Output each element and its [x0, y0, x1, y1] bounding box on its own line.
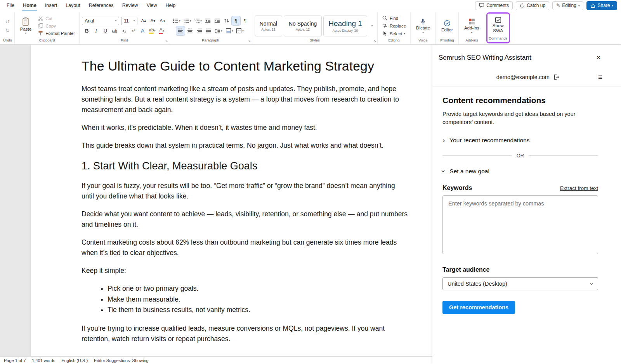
- swa-sidebar: Semrush SEO Writing Assistant × demo@exa…: [432, 45, 621, 364]
- status-word-count[interactable]: 1,401 words: [32, 358, 55, 363]
- share-button[interactable]: Share ▾: [586, 1, 617, 10]
- bullet-list-button[interactable]: ▾: [172, 16, 182, 25]
- menu-tab-references[interactable]: References: [85, 0, 118, 11]
- justify-button[interactable]: [204, 26, 213, 35]
- catch-up-button[interactable]: Catch up: [516, 1, 549, 10]
- chevron-down-icon: ▾: [163, 29, 165, 32]
- comments-button[interactable]: Comments: [475, 1, 513, 10]
- close-icon[interactable]: ×: [596, 53, 601, 61]
- copy-button[interactable]: Copy: [36, 22, 58, 29]
- chevron-down-icon: ▾: [154, 29, 156, 32]
- decrease-indent-button[interactable]: [204, 16, 212, 25]
- shading-button[interactable]: ▾: [224, 26, 234, 35]
- find-button[interactable]: Find: [380, 15, 400, 21]
- subscript-icon: x₂: [122, 29, 126, 33]
- status-page-indicator[interactable]: Page 1 of 7: [4, 358, 26, 363]
- show-swa-button[interactable]: Show SWA: [491, 14, 506, 36]
- style-heading-1[interactable]: Heading 1Aptos Display, 20: [323, 16, 367, 36]
- paragraph: Content marketing costs about 62% less t…: [82, 237, 409, 258]
- menu-tab-help[interactable]: Help: [161, 0, 180, 11]
- font-size-select[interactable]: 11 ▾: [121, 17, 137, 25]
- account-email: demo@example.com: [496, 74, 550, 80]
- font-dialog-launcher[interactable]: ↘: [165, 40, 168, 43]
- chevron-down-icon: ▾: [422, 31, 424, 34]
- style-no-spacing[interactable]: No SpacingAptos, 12: [284, 16, 322, 36]
- line-spacing-button[interactable]: ▾: [213, 26, 224, 35]
- editor-button[interactable]: Editor: [438, 14, 456, 38]
- commands-group-label: Commands: [489, 36, 508, 41]
- menu-tab-layout[interactable]: Layout: [61, 0, 85, 11]
- cut-button[interactable]: Cut: [36, 15, 54, 22]
- editing-mode-button[interactable]: ✎ Editing ▾: [552, 1, 583, 10]
- menu-tab-view[interactable]: View: [142, 0, 161, 11]
- sign-out-icon[interactable]: [553, 74, 560, 80]
- paste-label: Paste: [20, 27, 31, 31]
- underline-icon: U: [104, 28, 107, 33]
- bold-button[interactable]: B: [83, 26, 91, 35]
- document-page[interactable]: The Ultimate Guide to Content Marketing …: [31, 45, 432, 356]
- sort-button[interactable]: [222, 16, 231, 25]
- recent-recommendations-toggle[interactable]: › Your recent recommendations: [442, 136, 530, 144]
- chevron-down-icon: ▾: [242, 29, 244, 32]
- paragraph: Decide what you want content to achieve …: [82, 209, 409, 230]
- target-audience-select[interactable]: United States (Desktop) ›: [442, 277, 598, 290]
- set-new-goal-toggle[interactable]: › Set a new goal: [442, 167, 489, 175]
- hamburger-menu-icon[interactable]: ≡: [598, 73, 602, 81]
- chevron-down-icon: ›: [589, 283, 595, 285]
- subscript-button[interactable]: x₂: [120, 26, 128, 35]
- grow-font-button[interactable]: A▴: [139, 16, 148, 25]
- chevron-down-icon: ▾: [612, 4, 613, 7]
- status-language[interactable]: English (U.S.): [61, 358, 88, 363]
- shrink-font-icon: A▾: [151, 19, 156, 23]
- text-highlight-button[interactable]: ab▾: [148, 26, 157, 35]
- superscript-button[interactable]: x²: [129, 26, 138, 35]
- font-color-button[interactable]: A▾: [158, 26, 166, 35]
- numbered-list-button[interactable]: 123▾: [182, 16, 193, 25]
- select-button[interactable]: Select▾: [380, 30, 407, 37]
- keywords-input[interactable]: [442, 195, 598, 254]
- get-recommendations-button[interactable]: Get recommendations: [442, 301, 515, 314]
- style-normal[interactable]: NormalAptos, 12: [255, 16, 282, 36]
- menu-tab-file[interactable]: File: [2, 0, 19, 11]
- add-ins-button[interactable]: Add-ins ▾: [461, 14, 482, 38]
- or-divider: OR: [442, 153, 598, 159]
- align-right-button[interactable]: [195, 26, 203, 35]
- ribbon-group-voice: Dictate ▾ Voice: [410, 12, 435, 44]
- paste-button[interactable]: Paste ▾: [17, 14, 35, 38]
- status-editor-suggestions[interactable]: Editor Suggestions: Showing: [94, 358, 149, 363]
- redo-button[interactable]: ↻: [3, 26, 12, 34]
- borders-button[interactable]: ▾: [235, 26, 245, 35]
- dictate-button[interactable]: Dictate ▾: [413, 14, 433, 38]
- strikethrough-button[interactable]: ab: [111, 26, 119, 35]
- swa-highlight-box: Show SWA Commands: [486, 12, 510, 43]
- align-left-button[interactable]: [176, 26, 185, 35]
- italic-button[interactable]: I: [92, 26, 101, 35]
- undo-button[interactable]: ↺: [3, 18, 12, 25]
- replace-button[interactable]: Replace: [380, 22, 408, 29]
- extract-from-text-link[interactable]: Extract from text: [560, 185, 598, 191]
- shading-icon: [226, 28, 231, 34]
- ribbon-group-undo: ↺ ↻ Undo: [1, 12, 14, 44]
- underline-button[interactable]: U: [101, 26, 110, 35]
- styles-gallery-expand-button[interactable]: ▾: [369, 16, 375, 36]
- format-painter-button[interactable]: Format Painter: [36, 30, 77, 36]
- style-name: No Spacing: [289, 21, 317, 27]
- text-highlight-icon: ab: [149, 28, 154, 34]
- menu-tab-review[interactable]: Review: [118, 0, 142, 11]
- list-item: Tie them to business results, not vanity…: [108, 305, 392, 316]
- multilevel-list-button[interactable]: ▾: [193, 16, 203, 25]
- left-to-right-button[interactable]: ¶: [232, 16, 240, 25]
- menu-tab-insert[interactable]: Insert: [41, 0, 61, 11]
- menu-tab-home[interactable]: Home: [19, 0, 41, 11]
- styles-dialog-launcher[interactable]: ↘: [373, 40, 376, 43]
- document-area[interactable]: The Ultimate Guide to Content Marketing …: [0, 45, 432, 356]
- increase-indent-button[interactable]: [213, 16, 222, 25]
- clear-formatting-button[interactable]: Aa: [158, 16, 167, 25]
- paragraph-dialog-launcher[interactable]: ↘: [248, 40, 251, 43]
- align-center-button[interactable]: [186, 26, 194, 35]
- shrink-font-button[interactable]: A▾: [149, 16, 157, 25]
- text-effects-button[interactable]: A: [139, 26, 147, 35]
- font-family-select[interactable]: Arial ▾: [82, 17, 119, 25]
- paragraph-marks-button[interactable]: ¶: [241, 16, 250, 25]
- content-row: The Ultimate Guide to Content Marketing …: [0, 45, 621, 364]
